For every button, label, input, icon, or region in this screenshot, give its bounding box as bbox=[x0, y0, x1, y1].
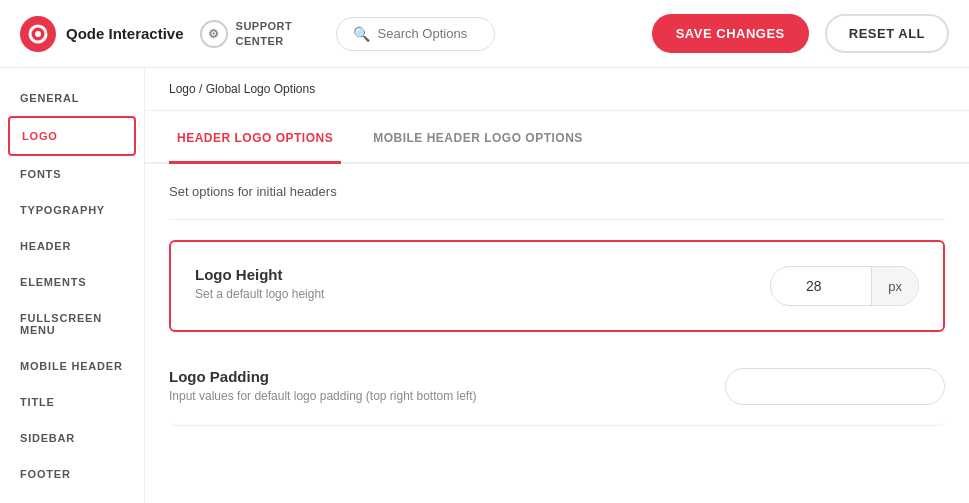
sidebar-item-elements[interactable]: ELEMENTS bbox=[0, 264, 144, 300]
sidebar-item-typography[interactable]: TYPOGRAPHY bbox=[0, 192, 144, 228]
logo-height-input[interactable] bbox=[771, 278, 871, 294]
main-content: Logo / Global Logo Options HEADER LOGO O… bbox=[145, 68, 969, 503]
support-icon: ⚙ bbox=[200, 20, 228, 48]
logo-height-desc: Set a default logo height bbox=[195, 287, 746, 301]
sidebar: GENERAL LOGO FONTS TYPOGRAPHY HEADER ELE… bbox=[0, 68, 145, 503]
logo-padding-control bbox=[725, 368, 945, 405]
tabs: HEADER LOGO OPTIONS MOBILE HEADER LOGO O… bbox=[145, 115, 969, 164]
svg-point-1 bbox=[35, 31, 41, 37]
logo-padding-label-area: Logo Padding Input values for default lo… bbox=[169, 368, 701, 403]
section-divider bbox=[169, 219, 945, 220]
sidebar-item-general[interactable]: GENERAL bbox=[0, 80, 144, 116]
breadcrumb-current: Global Logo Options bbox=[206, 82, 315, 96]
breadcrumb: Logo / Global Logo Options bbox=[145, 68, 969, 111]
search-input[interactable] bbox=[378, 26, 478, 41]
logo-height-label-area: Logo Height Set a default logo height bbox=[195, 266, 746, 301]
breadcrumb-parent[interactable]: Logo bbox=[169, 82, 196, 96]
sidebar-item-title[interactable]: TITLE bbox=[0, 384, 144, 420]
sidebar-item-mobile-header[interactable]: MOBILE HEADER bbox=[0, 348, 144, 384]
logo-height-label: Logo Height bbox=[195, 266, 746, 283]
brand-icon bbox=[20, 16, 56, 52]
section-description: Set options for initial headers bbox=[169, 184, 945, 199]
tab-header-logo-options[interactable]: HEADER LOGO OPTIONS bbox=[169, 115, 341, 164]
logo-padding-desc: Input values for default logo padding (t… bbox=[169, 389, 701, 403]
search-icon: 🔍 bbox=[353, 26, 370, 42]
logo-padding-input[interactable] bbox=[725, 368, 945, 405]
content-area: Set options for initial headers Logo Hei… bbox=[145, 164, 969, 462]
save-changes-button[interactable]: SAVE CHANGES bbox=[652, 14, 809, 53]
layout: GENERAL LOGO FONTS TYPOGRAPHY HEADER ELE… bbox=[0, 68, 969, 503]
search-bar: 🔍 bbox=[336, 17, 495, 51]
support-center-label: SUPPORTCENTER bbox=[236, 19, 293, 48]
logo-height-input-group: px bbox=[770, 266, 919, 306]
reset-all-button[interactable]: RESET ALL bbox=[825, 14, 949, 53]
logo-padding-label: Logo Padding bbox=[169, 368, 701, 385]
logo-height-control: px bbox=[770, 266, 919, 306]
sidebar-item-footer[interactable]: FOOTER bbox=[0, 456, 144, 492]
logo-padding-option-row: Logo Padding Input values for default lo… bbox=[169, 348, 945, 426]
sidebar-item-fonts[interactable]: FONTS bbox=[0, 156, 144, 192]
brand-name: Qode Interactive bbox=[66, 25, 184, 42]
logo-height-unit: px bbox=[871, 267, 918, 305]
sidebar-item-logo[interactable]: LOGO bbox=[8, 116, 136, 156]
top-header: Qode Interactive ⚙ SUPPORTCENTER 🔍 SAVE … bbox=[0, 0, 969, 68]
support-center[interactable]: ⚙ SUPPORTCENTER bbox=[200, 19, 320, 48]
tab-mobile-header-logo-options[interactable]: MOBILE HEADER LOGO OPTIONS bbox=[365, 115, 591, 164]
sidebar-item-fullscreen-menu[interactable]: FULLSCREEN MENU bbox=[0, 300, 144, 348]
breadcrumb-separator: / bbox=[199, 82, 202, 96]
logo-height-option-row: Logo Height Set a default logo height px bbox=[169, 240, 945, 332]
sidebar-item-sidebar[interactable]: SIDEBAR bbox=[0, 420, 144, 456]
sidebar-item-header[interactable]: HEADER bbox=[0, 228, 144, 264]
logo-area: Qode Interactive bbox=[20, 16, 184, 52]
